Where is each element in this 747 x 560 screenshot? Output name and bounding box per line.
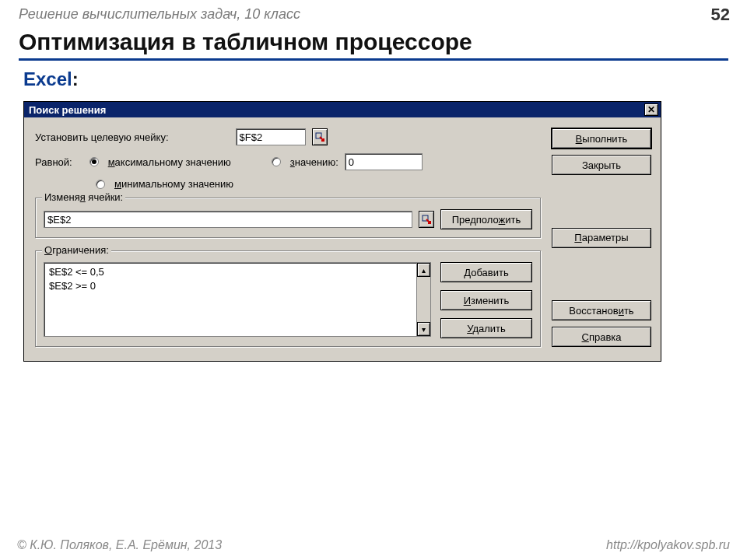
scrollbar[interactable]: ▴ ▾ (416, 263, 430, 336)
guess-button[interactable]: Предположить (440, 209, 532, 229)
close-button[interactable]: Закрыть (552, 155, 651, 175)
changing-cells-input[interactable] (44, 211, 412, 228)
list-item[interactable]: $E$2 <= 0,5 (49, 265, 412, 279)
delete-button[interactable]: Удалить (440, 318, 532, 338)
scroll-up-icon[interactable]: ▴ (417, 263, 430, 277)
change-button[interactable]: Изменить (440, 290, 532, 310)
slide-footer: © К.Ю. Поляков, Е.А. Ерёмин, 2013 http:/… (0, 538, 747, 552)
slide-title: Оптимизация в табличном процессоре (0, 23, 747, 57)
constraints-legend: Ограничения: (42, 244, 111, 256)
excel-label: Excel: (0, 68, 747, 90)
slide-header: Решение вычислительных задач, 10 класс (0, 0, 747, 23)
radio-min[interactable] (96, 180, 105, 189)
radio-value-label: значению: (290, 156, 338, 168)
changing-cells-group: Изменяя ячейки: Предположить (35, 198, 541, 238)
constraints-list[interactable]: $E$2 <= 0,5 $E$2 >= 0 ▴ ▾ (44, 262, 431, 337)
scroll-down-icon[interactable]: ▾ (417, 322, 430, 336)
radio-value[interactable] (272, 157, 281, 166)
footer-left: © К.Ю. Поляков, Е.А. Ерёмин, 2013 (17, 538, 222, 552)
list-item[interactable]: $E$2 >= 0 (49, 279, 412, 293)
value-input[interactable] (345, 153, 423, 170)
constraints-group: Ограничения: $E$2 <= 0,5 $E$2 >= 0 ▴ ▾ (35, 250, 541, 347)
solver-dialog: Поиск решения ✕ Установить целевую ячейк… (23, 101, 661, 362)
reset-button[interactable]: Восстановить (552, 300, 651, 320)
footer-right: http://kpolyakov.spb.ru (606, 538, 730, 552)
radio-max[interactable] (89, 157, 99, 166)
radio-max-label: максимальному значению (108, 156, 231, 168)
title-rule (19, 58, 728, 61)
close-icon[interactable]: ✕ (644, 103, 658, 116)
target-cell-label: Установить целевую ячейку: (35, 131, 169, 143)
target-cell-input[interactable] (236, 128, 306, 145)
page-number: 52 (711, 5, 730, 25)
radio-min-label: минимальному значению (114, 178, 233, 190)
add-button[interactable]: Добавить (440, 262, 532, 282)
dialog-title: Поиск решения (29, 104, 106, 116)
help-button[interactable]: Справка (552, 327, 651, 347)
ref-picker-icon[interactable] (312, 128, 328, 145)
ref-picker-icon[interactable] (419, 211, 434, 228)
run-button[interactable]: Выполнить (552, 128, 651, 149)
options-button[interactable]: Параметры (552, 228, 651, 248)
dialog-titlebar[interactable]: Поиск решения ✕ (24, 102, 661, 117)
changing-cells-legend: Изменяя ячейки: (42, 191, 125, 203)
equal-to-label: Равной: (35, 156, 72, 168)
